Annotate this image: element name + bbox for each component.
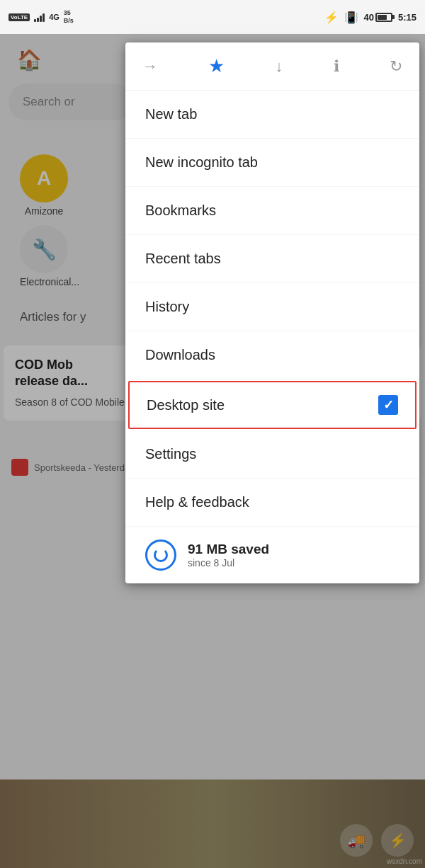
savings-icon (145, 539, 176, 571)
status-bar: VoLTE 4G 35B/s ⚡ 📳 40 5:15 (0, 0, 425, 34)
time-display: 5:15 (398, 12, 416, 23)
menu-item-recent-tabs-label: Recent tabs (145, 251, 221, 267)
menu-item-help-feedback[interactable]: Help & feedback (125, 479, 419, 527)
network-type: 4G (49, 13, 60, 21)
savings-amount: 91 MB saved (188, 542, 269, 557)
reload-icon[interactable]: ↻ (390, 57, 402, 76)
data-speed: 35B/s (64, 9, 74, 25)
battery-icon (375, 13, 392, 22)
menu-item-desktop-site[interactable]: Desktop site ✓ (128, 381, 416, 429)
menu-item-settings-label: Settings (145, 446, 196, 462)
menu-toolbar: → ★ ↓ ℹ ↻ (125, 42, 419, 91)
menu-item-bookmarks[interactable]: Bookmarks (125, 187, 419, 235)
status-left: VoLTE 4G 35B/s (8, 9, 74, 25)
menu-item-new-tab[interactable]: New tab (125, 91, 419, 139)
menu-item-help-feedback-label: Help & feedback (145, 494, 249, 510)
desktop-site-row: Desktop site ✓ (147, 395, 398, 415)
menu-item-desktop-site-label: Desktop site (147, 397, 225, 413)
savings-text: 91 MB saved since 8 Jul (188, 542, 269, 569)
menu-item-settings[interactable]: Settings (125, 430, 419, 479)
battery-percent: 40 (364, 12, 374, 23)
menu-item-new-tab-label: New tab (145, 106, 197, 122)
forward-icon[interactable]: → (142, 57, 158, 76)
vibrate-icon: 📳 (344, 11, 358, 24)
menu-item-downloads-label: Downloads (145, 347, 215, 363)
menu-item-history[interactable]: History (125, 283, 419, 331)
dropdown-menu: → ★ ↓ ℹ ↻ New tab New incognito tab Book… (125, 42, 419, 583)
menu-item-bookmarks-label: Bookmarks (145, 202, 216, 219)
menu-item-new-incognito-tab-label: New incognito tab (145, 154, 258, 171)
menu-item-history-label: History (145, 299, 189, 315)
menu-item-recent-tabs[interactable]: Recent tabs (125, 235, 419, 283)
desktop-site-checkbox[interactable]: ✓ (378, 395, 398, 415)
bluetooth-icon: ⚡ (324, 11, 339, 24)
status-right: ⚡ 📳 40 5:15 (324, 11, 417, 24)
savings-icon-inner (154, 548, 168, 562)
battery-container: 40 (364, 12, 392, 23)
volte-badge: VoLTE (8, 13, 30, 21)
menu-item-new-incognito-tab[interactable]: New incognito tab (125, 139, 419, 187)
download-icon[interactable]: ↓ (276, 57, 283, 76)
menu-item-downloads[interactable]: Downloads (125, 331, 419, 379)
menu-savings-row: 91 MB saved since 8 Jul (125, 527, 419, 583)
savings-since: since 8 Jul (188, 557, 269, 569)
info-icon[interactable]: ℹ (334, 57, 339, 76)
bookmark-active-icon[interactable]: ★ (208, 55, 225, 77)
signal-bars (34, 12, 45, 22)
